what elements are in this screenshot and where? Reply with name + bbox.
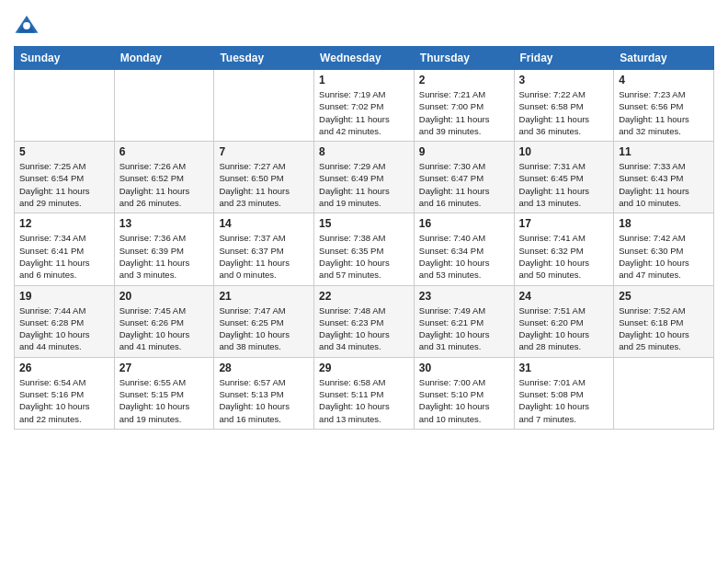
day-number: 3 (519, 74, 609, 86)
day-number: 7 (219, 145, 309, 158)
logo-icon (14, 13, 40, 39)
day-info: Sunrise: 7:31 AM Sunset: 6:45 PM Dayligh… (519, 160, 609, 209)
day-info: Sunrise: 7:44 AM Sunset: 6:28 PM Dayligh… (19, 304, 109, 353)
day-info: Sunrise: 7:38 AM Sunset: 6:35 PM Dayligh… (319, 232, 409, 281)
calendar-day-cell: 5Sunrise: 7:25 AM Sunset: 6:54 PM Daylig… (15, 142, 115, 213)
day-number: 27 (119, 362, 210, 374)
weekday-header-wednesday: Wednesday (314, 47, 415, 70)
day-number: 18 (619, 217, 709, 230)
weekday-header-monday: Monday (114, 47, 214, 70)
day-info: Sunrise: 7:25 AM Sunset: 6:54 PM Dayligh… (19, 160, 109, 209)
day-number: 5 (19, 145, 109, 158)
day-number: 19 (19, 290, 109, 303)
calendar-day-cell: 30Sunrise: 7:00 AM Sunset: 5:10 PM Dayli… (414, 357, 514, 429)
calendar-day-cell: 29Sunrise: 6:58 AM Sunset: 5:11 PM Dayli… (314, 357, 415, 429)
calendar-day-cell: 8Sunrise: 7:29 AM Sunset: 6:49 PM Daylig… (314, 142, 415, 213)
day-info: Sunrise: 7:33 AM Sunset: 6:43 PM Dayligh… (619, 160, 709, 209)
day-number: 25 (619, 290, 709, 303)
calendar-day-cell: 17Sunrise: 7:41 AM Sunset: 6:32 PM Dayli… (514, 213, 614, 285)
day-info: Sunrise: 7:45 AM Sunset: 6:26 PM Dayligh… (119, 304, 210, 353)
weekday-header-tuesday: Tuesday (214, 47, 314, 70)
calendar-day-cell: 15Sunrise: 7:38 AM Sunset: 6:35 PM Dayli… (314, 213, 415, 285)
calendar-week-3: 12Sunrise: 7:34 AM Sunset: 6:41 PM Dayli… (15, 213, 714, 285)
calendar-day-cell: 20Sunrise: 7:45 AM Sunset: 6:26 PM Dayli… (114, 285, 214, 357)
calendar-day-cell (214, 70, 314, 142)
logo (14, 13, 43, 39)
header (14, 9, 714, 39)
day-info: Sunrise: 7:48 AM Sunset: 6:23 PM Dayligh… (319, 304, 409, 353)
calendar-table: SundayMondayTuesdayWednesdayThursdayFrid… (14, 46, 714, 430)
day-number: 1 (319, 74, 409, 86)
weekday-header-friday: Friday (514, 47, 614, 70)
calendar-week-1: 1Sunrise: 7:19 AM Sunset: 7:02 PM Daylig… (15, 70, 714, 142)
day-number: 28 (219, 362, 309, 374)
calendar-day-cell: 13Sunrise: 7:36 AM Sunset: 6:39 PM Dayli… (114, 213, 214, 285)
day-info: Sunrise: 7:36 AM Sunset: 6:39 PM Dayligh… (119, 232, 210, 281)
day-number: 2 (419, 74, 509, 86)
calendar-day-cell: 12Sunrise: 7:34 AM Sunset: 6:41 PM Dayli… (15, 213, 115, 285)
day-number: 26 (19, 362, 109, 374)
day-number: 24 (519, 290, 609, 303)
day-info: Sunrise: 7:22 AM Sunset: 6:58 PM Dayligh… (519, 88, 609, 137)
day-info: Sunrise: 7:19 AM Sunset: 7:02 PM Dayligh… (319, 88, 409, 137)
day-info: Sunrise: 6:58 AM Sunset: 5:11 PM Dayligh… (319, 376, 409, 425)
day-info: Sunrise: 6:54 AM Sunset: 5:16 PM Dayligh… (19, 376, 109, 425)
calendar-day-cell: 28Sunrise: 6:57 AM Sunset: 5:13 PM Dayli… (214, 357, 314, 429)
calendar-day-cell: 26Sunrise: 6:54 AM Sunset: 5:16 PM Dayli… (15, 357, 115, 429)
day-info: Sunrise: 7:37 AM Sunset: 6:37 PM Dayligh… (219, 232, 309, 281)
day-info: Sunrise: 6:57 AM Sunset: 5:13 PM Dayligh… (219, 376, 309, 425)
calendar-day-cell: 18Sunrise: 7:42 AM Sunset: 6:30 PM Dayli… (614, 213, 714, 285)
svg-point-2 (23, 22, 30, 29)
calendar-week-5: 26Sunrise: 6:54 AM Sunset: 5:16 PM Dayli… (15, 357, 714, 429)
calendar-day-cell: 27Sunrise: 6:55 AM Sunset: 5:15 PM Dayli… (114, 357, 214, 429)
calendar-week-2: 5Sunrise: 7:25 AM Sunset: 6:54 PM Daylig… (15, 142, 714, 213)
day-number: 12 (19, 217, 109, 230)
day-info: Sunrise: 7:23 AM Sunset: 6:56 PM Dayligh… (619, 88, 709, 137)
day-number: 17 (519, 217, 609, 230)
day-info: Sunrise: 7:29 AM Sunset: 6:49 PM Dayligh… (319, 160, 409, 209)
day-info: Sunrise: 7:47 AM Sunset: 6:25 PM Dayligh… (219, 304, 309, 353)
calendar-day-cell (15, 70, 115, 142)
day-info: Sunrise: 7:21 AM Sunset: 7:00 PM Dayligh… (419, 88, 509, 137)
day-number: 30 (419, 362, 509, 374)
day-number: 29 (319, 362, 409, 374)
calendar-day-cell: 4Sunrise: 7:23 AM Sunset: 6:56 PM Daylig… (614, 70, 714, 142)
calendar-day-cell (614, 357, 714, 429)
weekday-header-row: SundayMondayTuesdayWednesdayThursdayFrid… (15, 47, 714, 70)
day-info: Sunrise: 6:55 AM Sunset: 5:15 PM Dayligh… (119, 376, 210, 425)
page-container: SundayMondayTuesdayWednesdayThursdayFrid… (0, 0, 728, 443)
calendar-day-cell: 23Sunrise: 7:49 AM Sunset: 6:21 PM Dayli… (414, 285, 514, 357)
calendar-day-cell (114, 70, 214, 142)
day-info: Sunrise: 7:00 AM Sunset: 5:10 PM Dayligh… (419, 376, 509, 425)
weekday-header-thursday: Thursday (414, 47, 514, 70)
day-number: 6 (119, 145, 210, 158)
day-number: 23 (419, 290, 509, 303)
calendar-day-cell: 2Sunrise: 7:21 AM Sunset: 7:00 PM Daylig… (414, 70, 514, 142)
weekday-header-sunday: Sunday (15, 47, 115, 70)
weekday-header-saturday: Saturday (614, 47, 714, 70)
day-info: Sunrise: 7:49 AM Sunset: 6:21 PM Dayligh… (419, 304, 509, 353)
calendar-day-cell: 6Sunrise: 7:26 AM Sunset: 6:52 PM Daylig… (114, 142, 214, 213)
calendar-day-cell: 14Sunrise: 7:37 AM Sunset: 6:37 PM Dayli… (214, 213, 314, 285)
day-number: 21 (219, 290, 309, 303)
day-number: 13 (119, 217, 210, 230)
calendar-day-cell: 7Sunrise: 7:27 AM Sunset: 6:50 PM Daylig… (214, 142, 314, 213)
calendar-day-cell: 31Sunrise: 7:01 AM Sunset: 5:08 PM Dayli… (514, 357, 614, 429)
calendar-day-cell: 3Sunrise: 7:22 AM Sunset: 6:58 PM Daylig… (514, 70, 614, 142)
calendar-day-cell: 19Sunrise: 7:44 AM Sunset: 6:28 PM Dayli… (15, 285, 115, 357)
day-info: Sunrise: 7:52 AM Sunset: 6:18 PM Dayligh… (619, 304, 709, 353)
day-number: 22 (319, 290, 409, 303)
day-info: Sunrise: 7:01 AM Sunset: 5:08 PM Dayligh… (519, 376, 609, 425)
day-info: Sunrise: 7:41 AM Sunset: 6:32 PM Dayligh… (519, 232, 609, 281)
calendar-day-cell: 25Sunrise: 7:52 AM Sunset: 6:18 PM Dayli… (614, 285, 714, 357)
day-number: 20 (119, 290, 210, 303)
day-number: 15 (319, 217, 409, 230)
day-number: 9 (419, 145, 509, 158)
day-number: 31 (519, 362, 609, 374)
calendar-week-4: 19Sunrise: 7:44 AM Sunset: 6:28 PM Dayli… (15, 285, 714, 357)
day-number: 11 (619, 145, 709, 158)
day-number: 16 (419, 217, 509, 230)
day-info: Sunrise: 7:26 AM Sunset: 6:52 PM Dayligh… (119, 160, 210, 209)
calendar-day-cell: 9Sunrise: 7:30 AM Sunset: 6:47 PM Daylig… (414, 142, 514, 213)
day-info: Sunrise: 7:40 AM Sunset: 6:34 PM Dayligh… (419, 232, 509, 281)
